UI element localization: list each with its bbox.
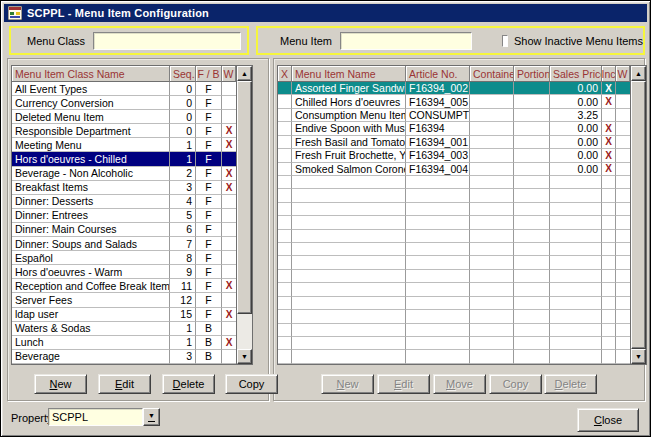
scroll-up-icon[interactable] — [631, 66, 646, 81]
item-table-empty-row[interactable] — [278, 337, 630, 350]
class-delete-button[interactable]: Delete — [162, 374, 215, 394]
class-table-row[interactable]: All Event Types0F — [12, 82, 236, 96]
class-table-row[interactable]: Meeting Menu1FX — [12, 138, 236, 152]
class-table-row[interactable]: Currency Conversion0F — [12, 96, 236, 110]
item-edit-button[interactable]: Edit — [377, 374, 430, 394]
scrollbar-thumb[interactable] — [631, 81, 646, 349]
menu-item-input[interactable] — [340, 32, 472, 50]
item-new-button[interactable]: New — [321, 374, 374, 394]
item-table-row[interactable]: Consumption Menu ItemCONSUMPTION3.25 — [278, 109, 630, 122]
menu-class-table: Menu Item Class Name Seq. F / B W All Ev… — [11, 65, 251, 365]
class-copy-button[interactable]: Copy — [225, 374, 278, 394]
scroll-up-icon[interactable] — [237, 66, 252, 81]
menu-item-table: X Menu Item Name Article No. Container P… — [277, 65, 645, 365]
column-header-inc[interactable]: Inc — [602, 66, 616, 82]
item-delete-button[interactable]: Delete — [544, 374, 597, 394]
menu-item-table-header: X Menu Item Name Article No. Container P… — [278, 66, 630, 82]
class-table-row[interactable]: Dinner: Main Courses6F — [12, 223, 236, 237]
class-table-row[interactable]: Responsible Department0FX — [12, 124, 236, 138]
class-table-row[interactable]: Dinner: Entrees5F — [12, 209, 236, 223]
menu-class-input[interactable] — [93, 32, 241, 50]
class-table-row[interactable]: Hors d'oeuvres - Chilled1F — [12, 152, 236, 166]
scroll-down-icon[interactable] — [631, 349, 646, 364]
item-table-empty-row[interactable] — [278, 216, 630, 229]
column-header-w[interactable]: W — [222, 66, 236, 82]
class-table-row[interactable]: Hors d'oeuvres - Warm9F — [12, 265, 236, 279]
column-header-fb[interactable]: F / B — [196, 66, 222, 82]
menu-item-group: Menu Item Show Inactive Menu Items — [256, 26, 645, 55]
class-table-row[interactable]: Waters & Sodas1B — [12, 322, 236, 336]
item-table-empty-row[interactable] — [278, 270, 630, 283]
item-table-row[interactable]: Chilled Hors d'oeuvresF16394_0050.00X — [278, 95, 630, 108]
column-header-article-no[interactable]: Article No. — [406, 66, 470, 82]
column-header-portion[interactable]: Portion — [514, 66, 550, 82]
class-table-row[interactable]: ldap user15FX — [12, 308, 236, 322]
item-table-empty-row[interactable] — [278, 350, 630, 363]
scroll-down-icon[interactable] — [237, 349, 252, 364]
column-header-seq[interactable]: Seq. — [170, 66, 196, 82]
class-new-button[interactable]: New — [34, 374, 87, 394]
class-edit-button[interactable]: Edit — [98, 374, 151, 394]
item-table-empty-row[interactable] — [278, 256, 630, 269]
item-table-row[interactable]: Fresh Basil and Tomato BruscF16394_0010.… — [278, 136, 630, 149]
item-table-empty-row[interactable] — [278, 243, 630, 256]
class-table-row[interactable]: Beverage - Non Alcoholic2FX — [12, 167, 236, 181]
class-table-row[interactable]: Server Fees12F — [12, 293, 236, 307]
class-table-row[interactable]: Reception and Coffee Break Items11FX — [12, 279, 236, 293]
item-table-body: Assorted Finger SandwichesF16394_0020.00… — [278, 82, 630, 364]
column-header-container[interactable]: Container — [470, 66, 514, 82]
class-table-row[interactable]: Deleted Menu Item0F — [12, 110, 236, 124]
class-table-row[interactable]: Lunch1BX — [12, 336, 236, 350]
column-header-sales-price[interactable]: Sales Price — [550, 66, 602, 82]
column-header-item-name[interactable]: Menu Item Name — [292, 66, 406, 82]
class-table-body: All Event Types0FCurrency Conversion0FDe… — [12, 82, 236, 364]
menu-class-label: Menu Class — [27, 35, 85, 47]
show-inactive-label: Show Inactive Menu Items — [514, 35, 643, 47]
item-table-empty-row[interactable] — [278, 230, 630, 243]
class-table-row[interactable]: Dinner: Soups and Salads7F — [12, 237, 236, 251]
item-table-empty-row[interactable] — [278, 189, 630, 202]
property-label: Property — [11, 412, 53, 424]
window-title: SCPPL - Menu Item Configuration — [27, 7, 209, 19]
property-select[interactable] — [48, 408, 143, 426]
item-table-empty-row[interactable] — [278, 283, 630, 296]
item-table-empty-row[interactable] — [278, 297, 630, 310]
menu-class-table-header: Menu Item Class Name Seq. F / B W — [12, 66, 236, 82]
class-table-row[interactable]: Dinner: Desserts4F — [12, 195, 236, 209]
menu-class-group: Menu Class — [9, 26, 249, 55]
item-table-row[interactable]: Fresh Fruit Brochette, Yogurt SF16394_00… — [278, 149, 630, 162]
menu-item-configuration-window: SCPPL - Menu Item Configuration Menu Cla… — [0, 0, 651, 437]
scrollbar-thumb[interactable] — [237, 81, 252, 314]
item-copy-button[interactable]: Copy — [489, 374, 542, 394]
item-table-row[interactable]: Endive Spoon with MushroomF163940.00X — [278, 122, 630, 135]
menu-item-label: Menu Item — [280, 35, 332, 47]
dropdown-arrow-icon[interactable] — [143, 408, 160, 426]
item-table-empty-row[interactable] — [278, 324, 630, 337]
close-button[interactable]: Close — [577, 408, 639, 432]
item-table-row[interactable]: Assorted Finger SandwichesF16394_0020.00… — [278, 82, 630, 95]
class-table-row[interactable]: Beverage3B — [12, 350, 236, 364]
item-table-empty-row[interactable] — [278, 176, 630, 189]
item-move-button[interactable]: Move — [433, 374, 486, 394]
column-header-class-name[interactable]: Menu Item Class Name — [12, 66, 170, 82]
item-table-empty-row[interactable] — [278, 310, 630, 323]
class-table-row[interactable]: Breakfast Items3FX — [12, 181, 236, 195]
item-table-empty-row[interactable] — [278, 203, 630, 216]
column-header-x[interactable]: X — [278, 66, 292, 82]
app-icon — [8, 6, 22, 20]
titlebar: SCPPL - Menu Item Configuration — [4, 4, 647, 22]
class-table-scrollbar — [237, 65, 253, 365]
show-inactive-checkbox[interactable] — [502, 35, 508, 47]
item-table-scrollbar — [631, 65, 647, 365]
class-table-row[interactable]: Español8F — [12, 251, 236, 265]
column-header-w2[interactable]: W — [616, 66, 630, 82]
item-table-row[interactable]: Smoked Salmon Coronet, DillF16394_0040.0… — [278, 163, 630, 176]
